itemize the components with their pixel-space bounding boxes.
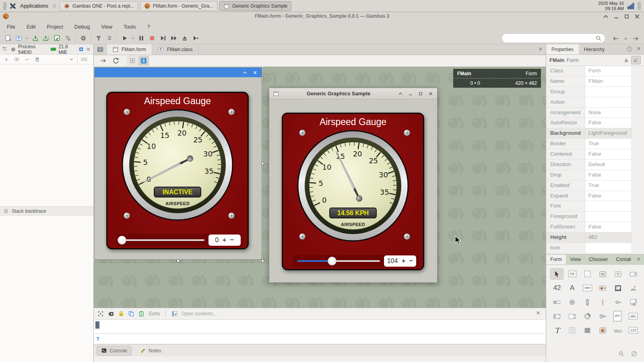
- property-value[interactable]: [585, 212, 632, 222]
- console-output[interactable]: [94, 319, 546, 334]
- designer-run-icon[interactable]: [98, 56, 108, 66]
- remove-watch-icon[interactable]: [24, 57, 30, 62]
- edit-form-button[interactable]: [52, 33, 62, 43]
- separator-tool[interactable]: [596, 296, 609, 308]
- tab-close-icon[interactable]: [538, 46, 543, 52]
- resize-handle-right[interactable]: [261, 162, 264, 165]
- menu-help[interactable]: ?: [147, 24, 150, 30]
- open-contents-icon[interactable]: [171, 311, 178, 317]
- pause-button[interactable]: [136, 33, 147, 43]
- property-row-background[interactable]: BackgroundLightForeground: [546, 128, 632, 139]
- property-value[interactable]: True: [585, 139, 632, 149]
- property-row-border[interactable]: BorderTrue: [546, 139, 632, 149]
- taskbar-window-button-1[interactable]: FMain.form - Generic_Gra...: [140, 1, 217, 11]
- menu-edit[interactable]: Edit: [27, 24, 35, 30]
- save-all-button[interactable]: [41, 33, 52, 43]
- finish-button[interactable]: [179, 33, 190, 43]
- tab-fmain-form[interactable]: FMain.form: [107, 44, 152, 55]
- slider-track[interactable]: [122, 239, 204, 241]
- spinbox-value[interactable]: 0: [215, 237, 219, 244]
- minimize-button[interactable]: [613, 13, 620, 20]
- run-button[interactable]: [119, 33, 130, 43]
- label-tool[interactable]: A: [566, 282, 579, 294]
- debug-close-icon[interactable]: [86, 47, 91, 52]
- property-value[interactable]: False: [585, 170, 632, 180]
- tree-view-icon[interactable]: [2, 46, 8, 52]
- link-label-tool[interactable]: http://: [611, 325, 625, 336]
- runtime-titlebar[interactable]: Generic Graphics Sample: [269, 88, 437, 99]
- textbox-tool[interactable]: abc: [627, 311, 640, 322]
- designer-close-icon[interactable]: [252, 70, 258, 75]
- property-value[interactable]: LightForeground: [585, 128, 632, 138]
- show-properties-icon[interactable]: i: [138, 56, 149, 66]
- slider-handle[interactable]: [118, 236, 126, 245]
- forward-nav-button[interactable]: [630, 33, 641, 44]
- help-icon[interactable]: ?: [626, 46, 633, 52]
- property-value[interactable]: False: [585, 149, 632, 159]
- radio-button-tool[interactable]: [566, 296, 579, 308]
- search-icon[interactable]: [595, 35, 602, 41]
- new-file-button[interactable]: [2, 33, 13, 43]
- runtime-shade-icon[interactable]: [398, 91, 403, 97]
- desktop-logo-icon[interactable]: [9, 2, 17, 10]
- property-row-fullscreen[interactable]: FullScreenFalse: [546, 222, 632, 232]
- spinbox-decrement-button[interactable]: −: [230, 236, 234, 244]
- knob-tool[interactable]: [596, 311, 609, 322]
- settings-button[interactable]: [78, 33, 89, 43]
- spinbox-decrement-button[interactable]: −: [409, 257, 413, 265]
- panel-close-icon[interactable]: [636, 46, 642, 52]
- taskbar-window-button-2[interactable]: Generic Graphics Sample: [219, 1, 291, 11]
- slider-track[interactable]: [297, 260, 380, 262]
- toolbutton-tool[interactable]: ...: [581, 268, 594, 280]
- designer-form-body[interactable]: Airspeed Gauge05101520253035INACTIVEAIRS…: [95, 77, 262, 259]
- stack-backtrace-header[interactable]: Stack backtrace: [0, 206, 93, 216]
- stop-button[interactable]: [147, 33, 157, 43]
- property-value[interactable]: True: [585, 181, 632, 191]
- search-input[interactable]: [505, 35, 595, 41]
- slider-handle[interactable]: [328, 257, 336, 265]
- button-tool[interactable]: OK: [566, 268, 579, 280]
- picture-box-tool[interactable]: [627, 282, 640, 294]
- open-project-button[interactable]: [13, 33, 24, 43]
- property-value[interactable]: Form: [585, 66, 632, 76]
- number-box-tool[interactable]: 123: [627, 325, 640, 336]
- menu-debug[interactable]: Debug: [74, 24, 90, 30]
- refresh-icon[interactable]: [111, 56, 121, 66]
- property-value[interactable]: [585, 243, 632, 253]
- property-value[interactable]: False: [585, 191, 632, 201]
- property-row-direction[interactable]: DirectionDefault: [546, 160, 632, 170]
- property-value[interactable]: None: [585, 108, 632, 118]
- property-row-arrangement[interactable]: ArrangementNone: [546, 108, 632, 118]
- movie-box-tool[interactable]: [611, 282, 625, 294]
- slider-tool[interactable]: [611, 296, 625, 308]
- project-archive-icon[interactable]: [94, 44, 107, 55]
- shade-button[interactable]: [602, 13, 609, 20]
- textarea-tool[interactable]: abc: [611, 311, 625, 322]
- property-value[interactable]: FMain: [585, 76, 632, 86]
- vertical-scrollbar-tool[interactable]: [581, 296, 594, 308]
- expand-console-icon[interactable]: [97, 311, 104, 317]
- property-row-foreground[interactable]: Foreground: [546, 212, 632, 222]
- taskbar-window-button-0[interactable]: Gambas ONE - Post a repl...: [60, 1, 138, 11]
- designer-form-titlebar[interactable]: [95, 68, 262, 77]
- property-value[interactable]: Default: [585, 160, 632, 170]
- spin-box-tool[interactable]: [566, 311, 579, 322]
- designer-shade-icon[interactable]: [242, 70, 248, 75]
- menu-view[interactable]: View: [101, 24, 112, 30]
- menu-tools[interactable]: Tools: [124, 24, 136, 30]
- toolbox-tab-view[interactable]: View: [566, 255, 585, 264]
- spinbox-increment-button[interactable]: +: [223, 236, 227, 244]
- maskbox-tool[interactable]: ###: [581, 282, 594, 294]
- property-row-drop[interactable]: DropFalse: [546, 170, 632, 181]
- runtime-minimize-icon[interactable]: [408, 91, 413, 97]
- property-row-enabled[interactable]: EnabledTrue: [546, 181, 632, 191]
- progress-bar-tool[interactable]: [550, 296, 564, 308]
- watch-dropdown-icon[interactable]: [69, 57, 74, 62]
- panel-button-tool[interactable]: [596, 268, 609, 280]
- runtime-close-icon[interactable]: [428, 91, 433, 97]
- toolbox-close-icon[interactable]: [636, 256, 642, 262]
- circular-progress-tool[interactable]: [581, 311, 594, 322]
- property-value[interactable]: [585, 87, 632, 97]
- property-row-group[interactable]: Group: [546, 87, 632, 97]
- toolbox-tab-form[interactable]: Form: [546, 255, 566, 264]
